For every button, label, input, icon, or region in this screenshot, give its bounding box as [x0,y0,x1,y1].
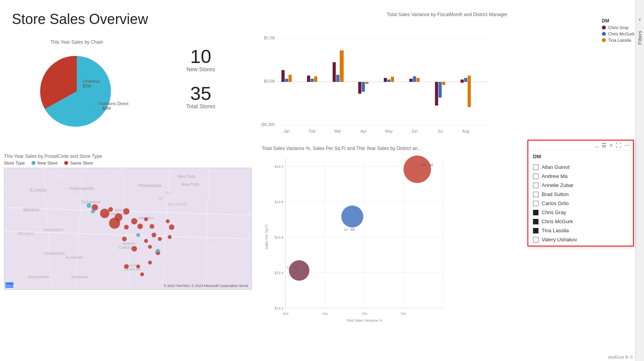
map-legend-newstore: New Store [31,161,57,165]
filter-list-item[interactable]: Tina Lassila [528,226,633,235]
svg-text:Jul: Jul [438,129,443,133]
svg-point-105 [156,249,160,253]
svg-rect-26 [435,82,438,106]
legend-label-chrisgray: Chris Gray [608,25,629,30]
svg-point-94 [136,265,140,268]
filter-item-label: Brad Sutton [542,191,569,197]
svg-point-103 [91,209,95,213]
svg-rect-30 [464,78,467,82]
map-copyright: © 2022 TomTom, © 2023 Microsoft Corporat… [164,284,248,288]
filter-checkbox[interactable] [533,183,539,188]
back-icon[interactable]: ‹ [639,16,641,23]
filter-checkbox[interactable] [533,201,539,206]
svg-text:$14.0: $14.0 [274,165,283,168]
filter-panel-expand-icon[interactable]: ⎵ [595,142,598,148]
legend-item-chrisgray: Chris Gray [602,25,635,30]
legend-dot-tinalassila [602,38,606,42]
pie-chart-title: This Year Sales by Chain [12,39,142,45]
filter-checkbox[interactable] [533,237,539,243]
svg-rect-13 [314,76,317,82]
svg-point-86 [144,217,148,221]
new-stores-number: 10 [169,47,232,66]
svg-rect-16 [340,50,344,82]
filter-item-label: Chris McGurk [542,218,573,224]
filter-panel-list-icon[interactable]: ☰ [601,142,607,148]
svg-text:Memphis: Memphis [18,231,34,236]
filter-panel-more-icon[interactable]: ⋯ [624,142,630,148]
filter-checkbox[interactable] [533,219,539,224]
legend-dot-chrismcgurk [602,32,606,36]
scatter-chart-section: Total Sales Variance %, Sales Per Sq Ft … [262,146,455,346]
svg-text:$13.4: $13.4 [274,271,283,275]
svg-text:FD - 02: FD - 02 [421,163,433,167]
svg-rect-42 [4,168,252,290]
map-container[interactable]: ILLINOIS INDIANA KENTUCKY TENNESSEE MISS… [4,168,252,290]
pie-label-lindseys: Lindseys [83,79,100,83]
filter-panel-header: ⎵ ☰ ▿ ⛶ ⋯ [528,141,633,150]
svg-rect-19 [365,82,368,84]
filter-panel-filter-icon[interactable]: ▿ [610,142,613,148]
filters-label[interactable]: Filters [637,31,643,44]
filter-list-item[interactable]: Chris Gray [528,208,633,217]
svg-text:KENTUCKY: KENTUCKY [44,228,63,232]
svg-point-99 [122,237,127,241]
svg-point-98 [168,235,172,239]
svg-text:$0.2M: $0.2M [264,36,275,40]
filters-tab[interactable]: ‹ Filters [635,0,644,361]
pie-chart-section: This Year Sales by Chain Lindseys $2M Fa… [12,39,142,138]
filter-panel: ⎵ ☰ ▿ ⛶ ⋯ DM Allan GuinotAndrew MaAnneli… [527,140,634,246]
svg-point-82 [109,218,120,229]
svg-text:Mar: Mar [334,129,341,133]
pie-value-fashions: $4M [102,106,111,111]
svg-point-84 [131,218,137,224]
filter-checkbox[interactable] [533,228,539,233]
filter-list-item[interactable]: Chris McGurk [528,217,633,226]
svg-text:Jan: Jan [283,129,290,133]
svg-text:$13.2: $13.2 [274,306,283,310]
filter-list-item[interactable]: Carlos Grilo [528,199,633,208]
map-title: This Year Sales by PostalCode and Store … [4,154,260,159]
legend-item-tinalassila: Tina Lassila [602,38,635,43]
svg-point-95 [124,264,129,269]
svg-text:New York: New York [181,182,199,187]
svg-text:0%: 0% [401,312,406,316]
filter-list-item[interactable]: Allan Guinot [528,163,633,172]
svg-point-79 [108,207,113,212]
svg-text:Microsoft: Microsoft [6,285,16,287]
filter-checkbox[interactable] [533,165,539,170]
filter-panel-title: DM [528,150,633,161]
filter-checkbox[interactable] [533,192,539,197]
map-legend-samestore-label: Same Store [70,161,93,165]
svg-point-102 [87,203,91,208]
svg-rect-15 [336,75,339,82]
bar-chart-section: Total Sales Variance by FiscalMonth and … [260,12,635,142]
svg-point-130 [403,156,431,183]
svg-text:May: May [385,129,393,133]
svg-rect-22 [391,77,394,82]
svg-point-91 [131,246,137,252]
svg-rect-10 [289,75,292,82]
svg-text:Feb: Feb [309,129,316,133]
svg-rect-27 [439,82,442,98]
filter-panel-focus-icon[interactable]: ⛶ [616,142,621,148]
total-stores-label: Total Stores [169,103,232,109]
svg-point-93 [148,261,152,265]
map-section: This Year Sales by PostalCode and Store … [4,154,260,346]
filter-list-item[interactable]: Valery Ushakov [528,235,633,244]
svg-text:Jun: Jun [411,129,418,133]
svg-point-96 [140,272,144,276]
company-label: obviEnce llc © [608,355,633,359]
svg-rect-31 [468,76,471,107]
svg-point-104 [136,233,140,237]
filter-checkbox[interactable] [533,210,539,215]
svg-point-83 [124,225,129,230]
pie-chart-svg: Lindseys $2M Fashions Direct $4M [22,48,132,135]
filter-list-item[interactable]: Andrew Ma [528,172,633,181]
legend-dot-chrisgray [602,26,606,30]
filter-list-item[interactable]: Annelie Zubar [528,181,633,190]
svg-text:-2%: -2% [361,312,367,316]
filter-checkbox[interactable] [533,174,539,179]
page-title: Store Sales Overview [12,11,148,28]
filter-item-label: Annelie Zubar [542,182,574,188]
filter-list-item[interactable]: Brad Sutton [528,190,633,199]
